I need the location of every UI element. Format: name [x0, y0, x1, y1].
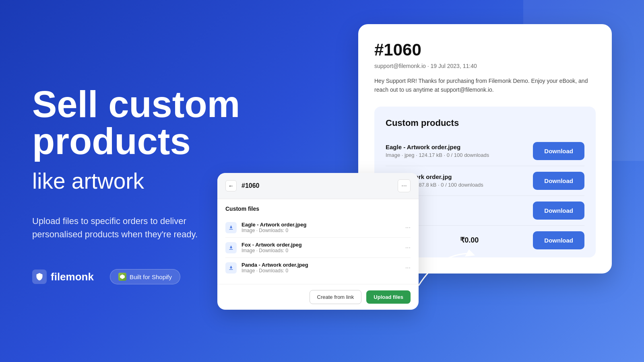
- small-card-body: Custom files Eagle - Artwork order.jpeg …: [217, 199, 419, 284]
- custom-files-title: Custom files: [225, 206, 411, 212]
- download-icon: [225, 242, 237, 253]
- file-left: Fox - Artwork order.jpeg Image · Downloa…: [225, 242, 302, 253]
- file-detail: Image · Downloads: 0: [242, 228, 306, 233]
- shopify-badge-label: Built for Shopify: [130, 274, 172, 280]
- price: ₹0.00: [460, 236, 479, 245]
- file-more-icon[interactable]: ···: [405, 224, 411, 231]
- small-order-number: #1060: [242, 182, 260, 189]
- file-left: Panda - Artwork order.jpeg Image · Downl…: [225, 262, 308, 274]
- more-button[interactable]: ···: [398, 179, 411, 192]
- small-card-header: ← #1060 ···: [217, 173, 419, 199]
- hero-title: Sell custom products: [32, 86, 258, 160]
- svg-rect-2: [229, 229, 233, 229]
- upload-files-button[interactable]: Upload files: [366, 290, 411, 304]
- svg-rect-4: [229, 269, 233, 269]
- brand-logo: filemonk: [32, 269, 94, 284]
- download-button-4[interactable]: Download: [533, 231, 584, 249]
- download-button-1[interactable]: Download: [533, 142, 584, 160]
- download-button-3[interactable]: Download: [533, 202, 584, 220]
- order-meta: support@filemonk.io · 19 Jul 2023, 11:40: [374, 63, 596, 69]
- product-detail: Image · jpeg · 124.17 kB · 0 / 100 downl…: [386, 152, 533, 158]
- file-info: Eagle - Artwork order.jpeg Image · Downl…: [242, 222, 306, 233]
- file-more-icon[interactable]: ···: [405, 244, 411, 251]
- download-button-2[interactable]: Download: [533, 172, 584, 190]
- hero-description: Upload files to specific orders to deliv…: [32, 214, 209, 241]
- svg-rect-3: [229, 249, 233, 249]
- file-name: Panda - Artwork order.jpeg: [242, 262, 308, 268]
- product-info: Eagle - Artwork order.jpeg Image · jpeg …: [386, 144, 533, 158]
- small-card: ← #1060 ··· Custom files Eagle - Artwork…: [217, 173, 419, 310]
- svg-marker-0: [120, 274, 125, 279]
- product-row: Eagle - Artwork order.jpeg Image · jpeg …: [386, 136, 584, 166]
- download-icon: [225, 222, 237, 233]
- create-link-button[interactable]: Create from link: [310, 290, 362, 304]
- file-detail: Image · Downloads: 0: [242, 268, 308, 274]
- order-message: Hey Support RR! Thanks for purchasing fr…: [374, 76, 596, 95]
- order-number-heading: #1060: [374, 40, 596, 60]
- brand-icon: [32, 269, 47, 284]
- arrow-decoration: [407, 245, 487, 294]
- small-card-left: ← #1060: [225, 180, 260, 191]
- shopify-badge: Built for Shopify: [110, 269, 180, 284]
- section-title: Custom products: [386, 118, 584, 128]
- file-name: Eagle - Artwork order.jpeg: [242, 222, 306, 228]
- file-left: Eagle - Artwork order.jpeg Image · Downl…: [225, 222, 306, 233]
- product-name: Eagle - Artwork order.jpeg: [386, 144, 533, 150]
- brand-name: filemonk: [51, 271, 94, 283]
- file-row: Eagle - Artwork order.jpeg Image · Downl…: [225, 218, 411, 238]
- file-more-icon[interactable]: ···: [405, 264, 411, 272]
- small-card-footer: Create from link Upload files: [217, 284, 419, 310]
- file-detail: Image · Downloads: 0: [242, 248, 302, 253]
- file-row: Fox - Artwork order.jpeg Image · Downloa…: [225, 238, 411, 258]
- file-info: Fox - Artwork order.jpeg Image · Downloa…: [242, 242, 302, 253]
- shopify-gem-icon: [118, 273, 126, 281]
- file-row: Panda - Artwork order.jpeg Image · Downl…: [225, 258, 411, 278]
- download-icon: [225, 262, 237, 274]
- back-button[interactable]: ←: [225, 180, 237, 191]
- file-info: Panda - Artwork order.jpeg Image · Downl…: [242, 262, 308, 274]
- file-name: Fox - Artwork order.jpeg: [242, 242, 302, 248]
